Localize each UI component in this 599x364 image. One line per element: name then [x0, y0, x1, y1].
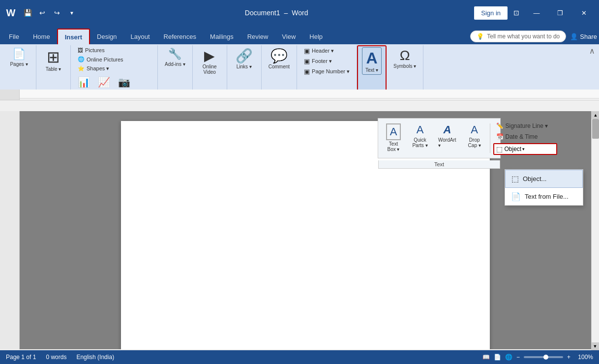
chart-button[interactable]: 📈 [95, 75, 113, 90]
restore-button[interactable]: ❐ [549, 5, 571, 21]
comment-icon: 💬 [270, 48, 288, 64]
links-button[interactable]: 🔗 Links ▾ [233, 46, 256, 71]
tab-insert[interactable]: Insert [57, 29, 90, 44]
comment-button[interactable]: 💬 Comment [266, 46, 293, 71]
drop-cap-button[interactable]: A Drop Cap ▾ [462, 121, 487, 155]
view-web-icon[interactable]: 🌐 [505, 354, 512, 361]
title-bar-right: Sign in ⊡ — ❐ ✕ [474, 5, 595, 21]
header-icon: ▣ [304, 47, 310, 55]
minimize-button[interactable]: — [525, 5, 548, 21]
screenshot-button[interactable]: 📷 [115, 75, 133, 90]
customize-quick-access[interactable]: ▼ [65, 6, 79, 20]
view-read-icon[interactable]: 📖 [482, 354, 490, 361]
footer-button[interactable]: ▣ Footer ▾ [301, 57, 335, 66]
page-count: Page 1 of 1 [6, 354, 36, 361]
tab-design[interactable]: Design [90, 29, 123, 44]
object-menu-item[interactable]: ⬚ Object... [505, 170, 583, 188]
addins-icon: 🔧 [168, 48, 181, 61]
symbols-button[interactable]: Ω Symbols ▾ [390, 46, 419, 70]
text-submenu-panel: A Text Box ▾ A Quick Parts ▾ A WordArt ▾… [378, 118, 501, 158]
zoom-slider[interactable] [524, 356, 563, 358]
pictures-icon: 🖼 [78, 47, 83, 53]
ribbon-display-button[interactable]: ⊡ [509, 6, 523, 20]
window-controls: — ❐ ✕ [525, 5, 595, 21]
close-button[interactable]: ✕ [572, 5, 595, 21]
shapes-button[interactable]: ⭐ Shapes ▾ [75, 64, 112, 73]
view-print-icon[interactable]: 📄 [494, 354, 501, 361]
zoom-thumb[interactable] [543, 355, 548, 360]
screenshot-icon: 📷 [118, 76, 130, 88]
scroll-down-button[interactable]: ▼ [591, 342, 599, 350]
scroll-thumb[interactable] [592, 119, 599, 139]
text-box-button[interactable]: A Text Box ▾ [381, 121, 406, 155]
zoom-in-button[interactable]: + [567, 354, 570, 361]
tab-file[interactable]: File [2, 29, 26, 44]
tab-review[interactable]: Review [240, 29, 275, 44]
object-dropdown: ⬚ Object... 📄 Text from File... [505, 169, 583, 206]
text-from-file-menu-item[interactable]: 📄 Text from File... [505, 188, 583, 205]
page-number-icon: ▣ [304, 68, 310, 75]
title-separator: – [284, 9, 288, 17]
object-button[interactable]: ⬚ Object ▾ [493, 143, 557, 155]
tab-mailings[interactable]: Mailings [203, 29, 240, 44]
pages-button[interactable]: 📄 Pages ▾ [7, 46, 30, 68]
zoom-out-button[interactable]: − [516, 354, 520, 361]
tab-home[interactable]: Home [26, 29, 57, 44]
links-icon: 🔗 [236, 48, 253, 64]
vertical-scrollbar[interactable]: ▲ ▼ [591, 111, 599, 349]
ribbon-collapse-button[interactable]: ∧ [589, 46, 595, 56]
footer-icon: ▣ [304, 58, 310, 65]
signature-line-button[interactable]: ✏️ Signature Line ▾ [493, 121, 557, 130]
tell-me-input[interactable]: 💡 Tell me what you want to do [470, 30, 566, 42]
pictures-button[interactable]: 🖼 Pictures [75, 46, 108, 54]
online-video-icon: ▶ [204, 48, 215, 64]
wordart-button[interactable]: A WordArt ▾ [434, 121, 460, 155]
date-time-button[interactable]: 📅 Date & Time [493, 132, 557, 141]
date-time-icon: 📅 [496, 133, 504, 140]
addins-button[interactable]: 🔧 Add-ins ▾ [162, 46, 188, 68]
smartart-button[interactable]: 📊 [75, 75, 93, 90]
tab-help[interactable]: Help [302, 29, 329, 44]
share-button[interactable]: 👤 Share [570, 33, 597, 40]
title-bar: W 💾 ↩ ↪ ▼ Document1 – Word Sign in ⊡ — ❐… [0, 0, 599, 26]
tab-view[interactable]: View [275, 29, 302, 44]
word-app-icon: W [4, 6, 18, 20]
online-pictures-button[interactable]: 🌐 Online Pictures [75, 55, 126, 63]
title-bar-center: Document1 – Word [245, 9, 308, 17]
share-icon: 👤 [570, 33, 578, 40]
vertical-ruler [0, 111, 20, 349]
text-icon: A [366, 49, 377, 67]
shapes-icon: ⭐ [78, 65, 85, 72]
zoom-level[interactable]: 100% [574, 354, 593, 361]
wordart-icon: A [443, 123, 451, 136]
chart-icon: 📈 [98, 76, 110, 88]
ruler-bar [0, 90, 599, 100]
drop-cap-icon: A [471, 123, 478, 136]
undo-button[interactable]: ↩ [35, 6, 49, 20]
redo-button[interactable]: ↪ [50, 6, 64, 20]
page-number-button[interactable]: ▣ Page Number ▾ [301, 67, 353, 76]
header-button[interactable]: ▣ Header ▾ [301, 46, 337, 56]
language: English (India) [76, 354, 114, 361]
text-button[interactable]: A Text ▾ [362, 47, 382, 75]
save-button[interactable]: 💾 [21, 6, 34, 20]
app-name: Word [292, 9, 308, 17]
ribbon-tab-bar: File Home Insert Design Layout Reference… [0, 26, 599, 44]
tab-layout[interactable]: Layout [124, 29, 157, 44]
scroll-up-button[interactable]: ▲ [592, 111, 599, 119]
object-dropdown-arrow: ▾ [522, 147, 525, 152]
object-menu-icon: ⬚ [511, 174, 519, 183]
pages-icon: 📄 [12, 48, 26, 61]
text-box-icon: A [386, 123, 401, 140]
status-bar-right: 📖 📄 🌐 − + 100% [482, 354, 593, 361]
table-button[interactable]: ⊞ Table ▾ [43, 46, 64, 73]
quick-parts-button[interactable]: A Quick Parts ▾ [408, 121, 432, 155]
word-count: 0 words [46, 354, 66, 361]
online-video-button[interactable]: ▶ Online Video [200, 46, 220, 76]
text-from-file-icon: 📄 [511, 192, 521, 201]
tab-references[interactable]: References [157, 29, 203, 44]
ruler-corner [0, 90, 20, 100]
sign-in-button[interactable]: Sign in [474, 6, 508, 20]
status-bar-left: Page 1 of 1 0 words English (India) [6, 354, 114, 361]
scroll-track [592, 119, 599, 341]
